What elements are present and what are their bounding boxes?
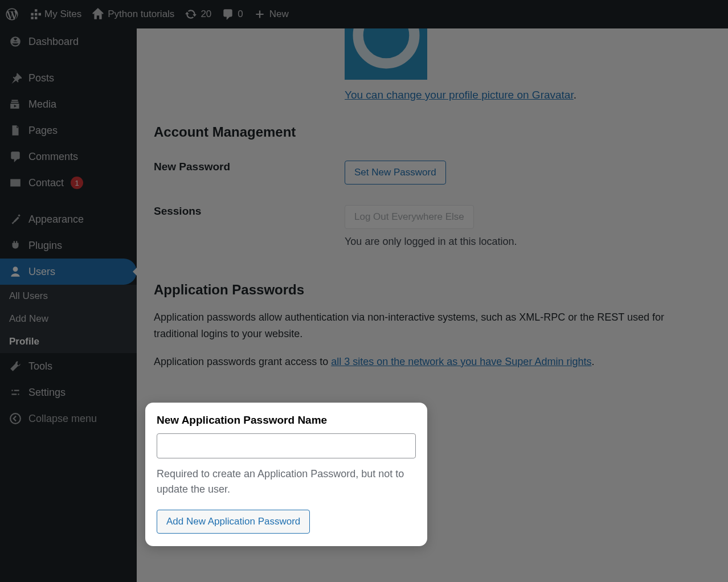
- dashboard-icon: [9, 35, 22, 48]
- gravatar-link[interactable]: You can change your profile picture on G…: [345, 89, 574, 101]
- home-icon: [92, 8, 104, 21]
- sidebar-collapse[interactable]: Collapse menu: [0, 405, 137, 432]
- admin-sidebar: Dashboard Posts Media Pages Comments Con…: [0, 28, 137, 582]
- my-sites-link[interactable]: My Sites: [28, 8, 81, 21]
- sessions-label: Sessions: [154, 205, 345, 218]
- sidebar-item-settings[interactable]: Settings: [0, 379, 137, 405]
- site-link[interactable]: Python tutorials: [92, 8, 174, 21]
- sidebar-item-posts[interactable]: Posts: [0, 65, 137, 91]
- plugins-label: Plugins: [28, 240, 62, 252]
- logout-everywhere-button: Log Out Everywhere Else: [345, 205, 474, 229]
- contact-badge: 1: [71, 177, 83, 189]
- new-app-password-input[interactable]: [157, 433, 416, 458]
- section-application-passwords: Application Passwords: [154, 282, 711, 298]
- section-account-management: Account Management: [154, 124, 711, 140]
- updates-count: 20: [201, 9, 211, 20]
- admin-toolbar: My Sites Python tutorials 20 0 New: [0, 0, 728, 28]
- user-icon: [9, 265, 22, 278]
- sessions-helper-text: You are only logged in at this location.: [345, 236, 711, 248]
- comments-icon: [9, 150, 22, 163]
- sidebar-item-tools[interactable]: Tools: [0, 353, 137, 379]
- app-passwords-description: Application passwords allow authenticati…: [154, 309, 711, 342]
- plugin-icon: [9, 239, 22, 252]
- new-app-password-card: New Application Password Name Required t…: [145, 403, 427, 546]
- tools-label: Tools: [28, 360, 52, 372]
- dashboard-label: Dashboard: [28, 36, 79, 48]
- new-link[interactable]: New: [253, 8, 289, 21]
- sidebar-item-dashboard[interactable]: Dashboard: [0, 28, 137, 55]
- brush-icon: [9, 213, 22, 226]
- row-new-password: New Password Set New Password: [154, 161, 711, 185]
- profile-avatar: [345, 28, 427, 80]
- comment-icon: [222, 8, 234, 21]
- comments-label: Comments: [28, 151, 78, 163]
- pages-label: Pages: [28, 125, 58, 137]
- set-new-password-button[interactable]: Set New Password: [345, 161, 446, 185]
- comments-link[interactable]: 0: [222, 8, 243, 21]
- sidebar-sub-all-users[interactable]: All Users: [0, 285, 137, 308]
- settings-icon: [9, 386, 22, 399]
- contact-label: Contact: [28, 177, 64, 189]
- sidebar-item-media[interactable]: Media: [0, 91, 137, 117]
- mail-icon: [9, 177, 22, 189]
- media-icon: [9, 98, 22, 110]
- media-label: Media: [28, 99, 56, 110]
- sidebar-item-appearance[interactable]: Appearance: [0, 206, 137, 232]
- wordpress-icon: [6, 8, 18, 21]
- new-password-label: New Password: [154, 161, 345, 173]
- plus-icon: [253, 8, 266, 21]
- sidebar-item-plugins[interactable]: Plugins: [0, 232, 137, 259]
- svg-point-0: [10, 413, 21, 424]
- collapse-label: Collapse menu: [28, 413, 97, 425]
- my-sites-label: My Sites: [44, 9, 81, 20]
- wp-logo[interactable]: [6, 8, 18, 21]
- svg-point-1: [358, 28, 414, 63]
- sidebar-item-pages[interactable]: Pages: [0, 117, 137, 144]
- site-title-label: Python tutorials: [108, 9, 174, 20]
- sidebar-sub-profile[interactable]: Profile: [0, 330, 137, 353]
- network-icon: [28, 8, 41, 21]
- appearance-label: Appearance: [28, 214, 84, 226]
- sidebar-item-comments[interactable]: Comments: [0, 144, 137, 170]
- sidebar-sub-add-new[interactable]: Add New: [0, 308, 137, 330]
- update-icon: [185, 8, 197, 21]
- sidebar-item-users[interactable]: Users: [0, 259, 137, 285]
- row-sessions: Sessions Log Out Everywhere Else You are…: [154, 205, 711, 248]
- updates-link[interactable]: 20: [185, 8, 211, 21]
- new-label: New: [269, 9, 289, 20]
- new-app-password-hint: Required to create an Application Passwo…: [157, 466, 416, 497]
- users-label: Users: [28, 266, 55, 278]
- pages-icon: [9, 124, 22, 137]
- comments-count: 0: [238, 9, 243, 20]
- pin-icon: [9, 72, 22, 84]
- app-passwords-grant-text: Application passwords grant access to al…: [154, 354, 711, 370]
- add-new-app-password-button[interactable]: Add New Application Password: [157, 510, 310, 534]
- avatar-placeholder-icon: [349, 28, 423, 80]
- posts-label: Posts: [28, 72, 54, 84]
- new-app-password-label: New Application Password Name: [157, 414, 416, 427]
- all-sites-link[interactable]: all 3 sites on the network as you have S…: [331, 356, 591, 367]
- sidebar-item-contact[interactable]: Contact 1: [0, 170, 137, 196]
- wrench-icon: [9, 360, 22, 372]
- collapse-icon: [9, 412, 22, 425]
- settings-label: Settings: [28, 387, 66, 399]
